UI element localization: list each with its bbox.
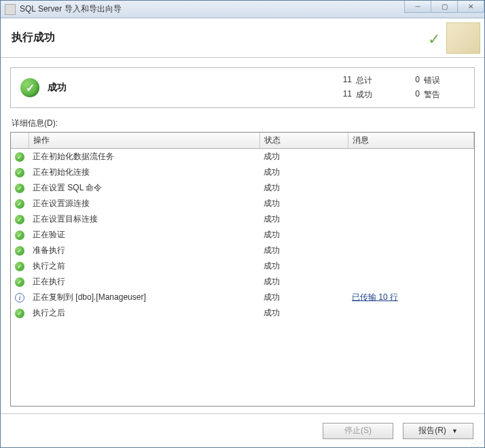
- stop-button[interactable]: 停止(S): [323, 423, 393, 439]
- check-icon: ✓: [428, 31, 440, 48]
- cell-message: [348, 165, 474, 180]
- col-message[interactable]: 消息: [348, 133, 474, 149]
- warning-count: 0: [401, 89, 420, 101]
- cell-action: 正在执行: [29, 274, 259, 290]
- success-count: 11: [333, 89, 352, 101]
- table-row[interactable]: ✓正在设置目标连接成功: [11, 211, 474, 227]
- total-count: 11: [333, 75, 352, 86]
- success-icon: ✓: [15, 230, 24, 240]
- cell-message: [348, 211, 474, 227]
- table-row[interactable]: ✓执行之后成功: [11, 305, 474, 321]
- table-row[interactable]: ✓准备执行成功: [11, 243, 474, 258]
- cell-message: [348, 258, 474, 274]
- error-label: 错误: [424, 75, 458, 86]
- page-header: 执行成功 ✓: [1, 18, 484, 58]
- window-title: SQL Server 导入和导出向导: [20, 3, 122, 15]
- warning-label: 警告: [424, 89, 458, 101]
- cell-action: 正在设置目标连接: [29, 211, 259, 227]
- cell-action: 正在验证: [29, 227, 259, 243]
- info-icon: i: [15, 293, 24, 303]
- summary-status: 成功: [48, 82, 67, 94]
- col-action[interactable]: 操作: [29, 133, 259, 149]
- cell-status: 成功: [259, 196, 348, 211]
- cell-message: [348, 274, 474, 290]
- maximize-button[interactable]: ▢: [431, 1, 458, 13]
- col-icon[interactable]: [11, 133, 29, 149]
- cell-message: [348, 196, 474, 211]
- titlebar[interactable]: SQL Server 导入和导出向导 ─ ▢ ✕: [1, 1, 484, 18]
- resize-grip[interactable]: ⋰⋰: [471, 442, 483, 446]
- cell-action: 执行之前: [29, 258, 259, 274]
- table-row[interactable]: i正在复制到 [dbo].[Manageuser]成功已传输 10 行: [11, 290, 474, 305]
- cell-status: 成功: [259, 274, 348, 290]
- table-row[interactable]: ✓正在初始化数据流任务成功: [11, 149, 474, 165]
- details-label: 详细信息(D):: [12, 118, 475, 129]
- app-icon: [5, 4, 16, 15]
- cell-action: 正在初始化连接: [29, 165, 259, 180]
- success-icon: ✓: [20, 78, 39, 97]
- table-row[interactable]: ✓正在验证成功: [11, 227, 474, 243]
- success-icon: ✓: [15, 277, 24, 287]
- cell-message: [348, 149, 474, 165]
- success-icon: ✓: [15, 184, 24, 193]
- cell-message: [348, 227, 474, 243]
- table-row[interactable]: ✓执行之前成功: [11, 258, 474, 274]
- cell-message: [348, 243, 474, 258]
- cell-status: 成功: [259, 305, 348, 321]
- close-button[interactable]: ✕: [457, 1, 484, 13]
- table-row[interactable]: ✓正在初始化连接成功: [11, 165, 474, 180]
- table-row[interactable]: ✓正在设置 SQL 命令成功: [11, 180, 474, 196]
- success-icon: ✓: [15, 152, 24, 162]
- minimize-button[interactable]: ─: [404, 1, 431, 13]
- cell-status: 成功: [259, 165, 348, 180]
- cell-action: 执行之后: [29, 305, 259, 321]
- col-status[interactable]: 状态: [259, 133, 348, 149]
- chevron-down-icon: ▼: [452, 428, 458, 434]
- cell-status: 成功: [259, 227, 348, 243]
- window-controls: ─ ▢ ✕: [405, 1, 484, 13]
- footer: 停止(S) 报告(R) ▼ ⋰⋰: [1, 413, 484, 447]
- table-row[interactable]: ✓正在执行成功: [11, 274, 474, 290]
- success-icon: ✓: [15, 309, 24, 318]
- error-count: 0: [401, 75, 420, 86]
- report-button-label: 报告(R): [418, 425, 446, 436]
- body: ✓ 成功 11 总计 0 错误 11 成功 0 警告 详细信息(D): 操作: [1, 58, 484, 413]
- cell-status: 成功: [259, 211, 348, 227]
- stop-button-label: 停止(S): [344, 425, 372, 436]
- table-row[interactable]: ✓正在设置源连接成功: [11, 196, 474, 211]
- cell-action: 正在复制到 [dbo].[Manageuser]: [29, 290, 259, 305]
- total-label: 总计: [356, 75, 397, 86]
- cell-action: 正在初始化数据流任务: [29, 149, 259, 165]
- success-icon: ✓: [15, 246, 24, 256]
- details-grid[interactable]: 操作 状态 消息 ✓正在初始化数据流任务成功✓正在初始化连接成功✓正在设置 SQ…: [10, 132, 475, 407]
- success-icon: ✓: [15, 199, 24, 209]
- header-row: 操作 状态 消息: [11, 133, 474, 149]
- cell-action: 正在设置源连接: [29, 196, 259, 211]
- success-label: 成功: [356, 89, 397, 101]
- cell-status: 成功: [259, 180, 348, 196]
- success-icon: ✓: [15, 262, 24, 271]
- cell-status: 成功: [259, 149, 348, 165]
- cell-message: 已传输 10 行: [348, 290, 474, 305]
- summary-panel: ✓ 成功 11 总计 0 错误 11 成功 0 警告: [10, 67, 475, 108]
- cell-action: 正在设置 SQL 命令: [29, 180, 259, 196]
- success-icon: ✓: [15, 168, 24, 177]
- page-title: 执行成功: [12, 31, 55, 45]
- cell-status: 成功: [259, 243, 348, 258]
- header-image: [446, 22, 480, 54]
- cell-status: 成功: [259, 258, 348, 274]
- cell-message: [348, 305, 474, 321]
- cell-message: [348, 180, 474, 196]
- cell-action: 准备执行: [29, 243, 259, 258]
- success-icon: ✓: [15, 215, 24, 224]
- summary-stats: 11 总计 0 错误 11 成功 0 警告: [333, 75, 458, 101]
- message-link[interactable]: 已传输 10 行: [352, 292, 398, 302]
- report-button[interactable]: 报告(R) ▼: [403, 423, 473, 439]
- cell-status: 成功: [259, 290, 348, 305]
- wizard-window: SQL Server 导入和导出向导 ─ ▢ ✕ 执行成功 ✓ ✓ 成功 11 …: [0, 0, 485, 448]
